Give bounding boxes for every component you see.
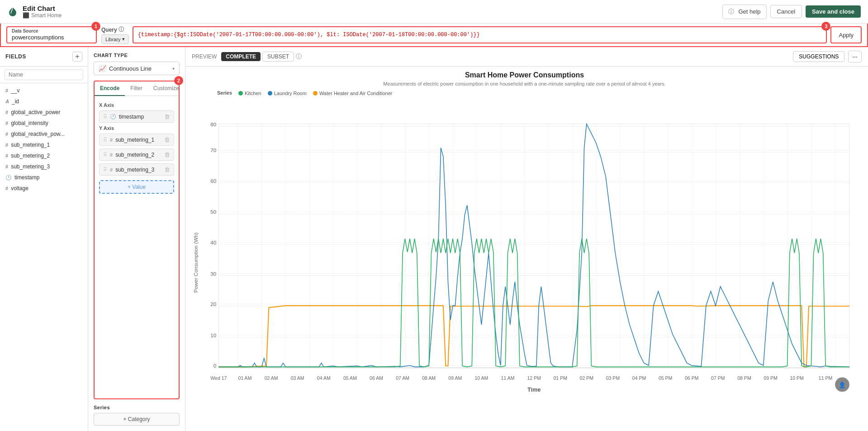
timestamp-icon: 🕐 — [110, 114, 116, 120]
query-type-dropdown[interactable]: Library ▾ — [101, 34, 129, 44]
preview-right: SUGGESTIONS ··· — [793, 51, 862, 62]
svg-text:05 PM: 05 PM — [659, 375, 672, 381]
preview-tabs: PREVIEW COMPLETE SUBSET ⓘ — [192, 52, 302, 62]
svg-text:50: 50 — [210, 209, 216, 215]
suggestions-button[interactable]: SUGGESTIONS — [793, 51, 844, 62]
fields-search-container — [0, 67, 88, 83]
field-name: timestamp — [14, 174, 39, 181]
field-name: _id — [12, 98, 19, 105]
field-name: __v — [11, 87, 19, 94]
svg-text:06 PM: 06 PM — [685, 375, 698, 381]
list-item[interactable]: # sub_metering_1 — [0, 139, 88, 150]
fields-title: FIELDS — [5, 53, 26, 60]
svg-text:05 AM: 05 AM — [343, 375, 357, 381]
delete-x-axis-button[interactable]: 🗑 — [164, 113, 170, 120]
encode-tabs: Encode Filter Customize — [95, 81, 179, 96]
field-type-icon: # — [5, 142, 8, 148]
hash-icon: # — [110, 152, 113, 158]
chart-title: Smart Home Power Consumptions — [190, 71, 859, 79]
legend-item-kitchen: Kitchen — [238, 91, 261, 96]
fields-search-input[interactable] — [5, 69, 83, 80]
add-field-button[interactable]: + — [72, 52, 82, 62]
field-name: global_reactive_pow... — [11, 131, 65, 137]
chart-type-select[interactable]: 📈 Continuous Line ▾ — [94, 62, 180, 75]
list-item[interactable]: 🕐 timestamp — [0, 172, 88, 183]
main-layout: FIELDS + # __v A _id # global_active_pow… — [0, 47, 868, 431]
fields-header: FIELDS + — [0, 47, 88, 67]
top-bar: Edit Chart ⬛ Smart Home ⓘGet help Cancel… — [0, 0, 868, 24]
legend-dot-water — [313, 91, 318, 96]
svg-text:20: 20 — [210, 301, 216, 307]
delete-y-axis-1-button[interactable]: 🗑 — [164, 136, 170, 143]
add-value-button[interactable]: + Value — [99, 180, 174, 194]
svg-text:10 PM: 10 PM — [790, 375, 803, 381]
svg-text:04 AM: 04 AM — [317, 375, 331, 381]
encode-box: 2 Encode Filter Customize X Axis ⠿ 🕐 tim… — [94, 81, 180, 399]
field-type-icon: 🕐 — [5, 175, 12, 181]
encode-num: 2 — [174, 76, 183, 85]
x-axis-field: ⠿ 🕐 timestamp 🗑 — [99, 110, 174, 123]
field-type-icon: # — [5, 110, 8, 115]
encode-content: X Axis ⠿ 🕐 timestamp 🗑 Y Axis ⠿ # sub_me… — [95, 96, 179, 198]
datasource-input[interactable] — [12, 34, 91, 41]
legend-item-water: Water Heater and Air Conditioner — [313, 91, 393, 96]
tab-encode[interactable]: Encode — [95, 81, 125, 96]
svg-text:09 AM: 09 AM — [448, 375, 462, 381]
svg-text:01 PM: 01 PM — [553, 375, 567, 381]
svg-text:06 AM: 06 AM — [370, 375, 383, 381]
field-type-icon: # — [5, 164, 8, 169]
svg-text:08 PM: 08 PM — [737, 375, 751, 381]
app-info: Edit Chart ⬛ Smart Home — [7, 5, 62, 19]
chart-panel: PREVIEW COMPLETE SUBSET ⓘ SUGGESTIONS ··… — [185, 47, 868, 431]
chart-svg-container: 0 10 20 30 40 50 60 70 80 Power Consumpt… — [190, 98, 859, 417]
series-label: Series — [94, 405, 180, 410]
y-axis-field-name-2: sub_metering_2 — [115, 152, 161, 158]
svg-text:80: 80 — [210, 121, 216, 127]
field-name: sub_metering_1 — [11, 142, 50, 148]
tab-complete[interactable]: COMPLETE — [221, 52, 261, 61]
field-type-icon: # — [5, 131, 8, 137]
list-item[interactable]: # sub_metering_3 — [0, 161, 88, 172]
svg-text:03 AM: 03 AM — [291, 375, 304, 381]
delete-y-axis-2-button[interactable]: 🗑 — [164, 151, 170, 158]
list-item[interactable]: # global_reactive_pow... — [0, 129, 88, 139]
svg-text:02 PM: 02 PM — [580, 375, 593, 381]
datasource-label: Data Source — [12, 29, 91, 34]
delete-y-axis-3-button[interactable]: 🗑 — [164, 166, 170, 173]
cancel-button[interactable]: Cancel — [770, 5, 802, 18]
list-item[interactable]: A _id — [0, 96, 88, 107]
query-input[interactable] — [133, 30, 826, 40]
field-type-icon: # — [5, 88, 8, 93]
chart-svg: 0 10 20 30 40 50 60 70 80 Power Consumpt… — [190, 98, 859, 417]
svg-text:09 PM: 09 PM — [764, 375, 777, 381]
list-item[interactable]: # sub_metering_2 — [0, 150, 88, 161]
list-item[interactable]: # global_intensity — [0, 118, 88, 129]
field-name: sub_metering_3 — [11, 163, 50, 170]
list-item[interactable]: # voltage — [0, 183, 88, 194]
tab-filter[interactable]: Filter — [125, 81, 148, 96]
svg-text:11 AM: 11 AM — [501, 375, 515, 381]
svg-text:Power Consumption (Wh): Power Consumption (Wh) — [193, 232, 199, 292]
fields-list: # __v A _id # global_active_power # glob… — [0, 83, 88, 431]
field-type-icon: # — [5, 186, 8, 191]
legend-item-laundry: Laundry Room — [268, 91, 307, 96]
apply-button[interactable]: Apply — [830, 26, 862, 43]
svg-text:07 PM: 07 PM — [711, 375, 725, 381]
chart-type-name: Continuous Line — [109, 65, 170, 72]
query-num: 3 — [821, 22, 830, 31]
tab-subset[interactable]: SUBSET — [262, 52, 294, 62]
y-axis-field-3: ⠿ # sub_metering_3 🗑 — [99, 163, 174, 176]
list-item[interactable]: # __v — [0, 85, 88, 96]
drag-handle-icon: ⠿ — [103, 114, 107, 120]
y-axis-field-name-3: sub_metering_3 — [115, 167, 161, 173]
field-name: voltage — [11, 185, 28, 192]
add-category-button[interactable]: + Category — [94, 413, 180, 426]
legend-label: Series — [217, 90, 232, 96]
legend-dot-laundry — [268, 91, 272, 96]
get-help-button[interactable]: ⓘGet help — [722, 5, 766, 19]
list-item[interactable]: # global_active_power — [0, 107, 88, 118]
more-button[interactable]: ··· — [848, 51, 862, 62]
x-axis-label: X Axis — [99, 102, 174, 108]
y-axis-field-1: ⠿ # sub_metering_1 🗑 — [99, 134, 174, 146]
save-close-button[interactable]: Save and close — [806, 5, 861, 18]
